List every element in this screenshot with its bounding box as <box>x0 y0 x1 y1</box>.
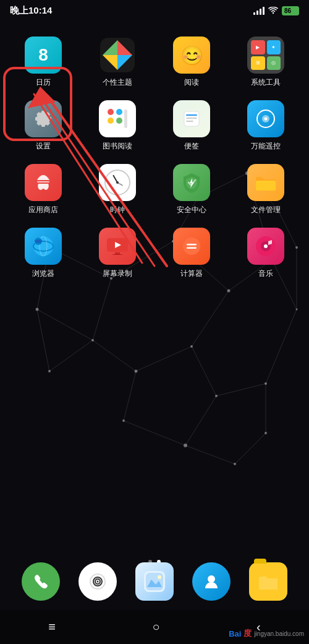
app-appstore-icon <box>25 164 62 201</box>
svg-point-97 <box>158 575 161 579</box>
svg-rect-60 <box>124 109 127 128</box>
svg-point-45 <box>234 463 236 465</box>
app-security-icon <box>173 164 210 201</box>
svg-point-58 <box>108 118 114 124</box>
app-remote[interactable]: 万能遥控 <box>229 95 303 159</box>
svg-point-46 <box>265 432 267 434</box>
dock-contacts[interactable] <box>192 562 231 601</box>
app-remote-label: 万能遥控 <box>251 141 281 152</box>
app-music[interactable]: 音乐 <box>229 223 303 286</box>
app-note[interactable]: 便签 <box>154 95 229 159</box>
app-files[interactable]: 文件管理 <box>229 159 303 223</box>
app-tools-icon: ▶ ✦ ⊞ ◎ <box>247 36 284 74</box>
svg-point-41 <box>265 382 267 385</box>
dock-folder[interactable] <box>249 562 287 601</box>
app-clock[interactable]: 时钟 <box>80 159 154 223</box>
svg-rect-80 <box>187 244 197 246</box>
app-browser-label: 浏览器 <box>32 268 54 279</box>
wifi-icon <box>268 6 278 16</box>
svg-point-47 <box>122 419 125 422</box>
app-row-2: 设置 图书阅读 <box>0 95 309 159</box>
svg-point-92 <box>97 581 99 583</box>
app-security[interactable]: 安全中心 <box>154 159 229 223</box>
app-screen[interactable]: 屏幕录制 <box>80 223 154 286</box>
app-calendar-icon: 8 <box>25 36 62 74</box>
battery-icon: 86 <box>282 6 299 15</box>
svg-point-84 <box>264 244 268 248</box>
svg-point-44 <box>184 444 187 447</box>
app-read-icon: 😊 <box>173 36 210 74</box>
app-security-label: 安全中心 <box>177 205 206 215</box>
app-row-4: 浏览器 屏幕录制 计算器 <box>0 223 309 286</box>
svg-point-74 <box>35 239 42 243</box>
app-remote-icon <box>247 100 284 137</box>
app-appstore-label: 应用商店 <box>28 205 58 215</box>
app-clock-icon <box>99 164 136 201</box>
svg-rect-61 <box>184 111 199 126</box>
dock-photos[interactable] <box>135 562 174 601</box>
svg-point-67 <box>265 118 268 121</box>
app-screen-label: 屏幕录制 <box>103 268 132 279</box>
app-note-label: 便签 <box>184 141 199 152</box>
dock-phone[interactable] <box>22 562 60 601</box>
svg-rect-81 <box>187 247 197 249</box>
svg-point-40 <box>215 395 218 397</box>
nav-menu-button[interactable]: ≡ <box>36 615 68 639</box>
svg-point-57 <box>116 109 122 115</box>
folder-tab <box>254 559 266 564</box>
app-files-icon <box>247 164 284 201</box>
svg-point-34 <box>296 309 298 311</box>
app-calc-label: 计算器 <box>180 268 203 279</box>
svg-point-56 <box>108 109 114 115</box>
status-icons: 86 <box>253 6 299 16</box>
dock <box>0 556 309 607</box>
svg-rect-77 <box>115 252 120 254</box>
svg-point-32 <box>227 290 231 293</box>
app-music-label: 音乐 <box>258 268 273 279</box>
app-browser[interactable]: 浏览器 <box>6 223 80 286</box>
nav-home-button[interactable]: ○ <box>140 615 172 639</box>
app-calendar-label: 日历 <box>36 77 51 88</box>
app-grid: 8 日历 个性主题 😊 阅读 <box>0 19 309 286</box>
app-browser-icon <box>25 228 62 265</box>
app-theme[interactable]: 个性主题 <box>80 32 154 95</box>
svg-point-43 <box>48 370 51 372</box>
app-theme-icon <box>99 36 136 74</box>
svg-point-39 <box>190 345 193 348</box>
svg-rect-78 <box>112 254 122 255</box>
app-settings-icon <box>25 100 62 137</box>
app-ebook-icon <box>99 100 136 137</box>
status-time: 晚上10:14 <box>10 5 52 17</box>
app-read-label: 阅读 <box>184 77 199 88</box>
app-note-icon <box>173 100 210 137</box>
app-settings[interactable]: 设置 <box>6 95 80 159</box>
status-bar: 晚上10:14 86 <box>0 0 309 19</box>
app-ebook[interactable]: 图书阅读 <box>80 95 154 159</box>
svg-rect-69 <box>256 181 276 191</box>
app-screen-icon <box>99 228 136 265</box>
app-read[interactable]: 😊 阅读 <box>154 32 229 95</box>
app-calc[interactable]: 计算器 <box>154 223 229 286</box>
signal-icon <box>253 7 265 15</box>
svg-point-59 <box>116 118 122 124</box>
app-appstore[interactable]: 应用商店 <box>6 159 80 223</box>
app-tools[interactable]: ▶ ✦ ⊞ ◎ 系统工具 <box>229 32 303 95</box>
app-calendar[interactable]: 8 日历 <box>6 32 80 95</box>
app-row-1: 8 日历 个性主题 😊 阅读 <box>0 19 309 95</box>
svg-point-37 <box>91 339 94 341</box>
svg-point-79 <box>183 238 200 255</box>
app-calc-icon <box>173 228 210 265</box>
svg-point-98 <box>208 575 215 583</box>
svg-point-42 <box>36 308 39 311</box>
app-music-icon <box>247 228 284 265</box>
app-clock-label: 时钟 <box>110 205 125 215</box>
nav-back-button[interactable]: ‹ <box>244 615 273 639</box>
svg-point-38 <box>135 370 138 373</box>
app-tools-label: 系统工具 <box>251 77 281 88</box>
nav-bar: ≡ ○ ‹ <box>0 610 309 644</box>
app-row-3: 应用商店 时钟 <box>0 159 309 223</box>
app-files-label: 文件管理 <box>251 205 281 215</box>
app-settings-label: 设置 <box>36 141 51 152</box>
dock-camera[interactable] <box>78 562 117 601</box>
app-theme-label: 个性主题 <box>103 77 132 88</box>
